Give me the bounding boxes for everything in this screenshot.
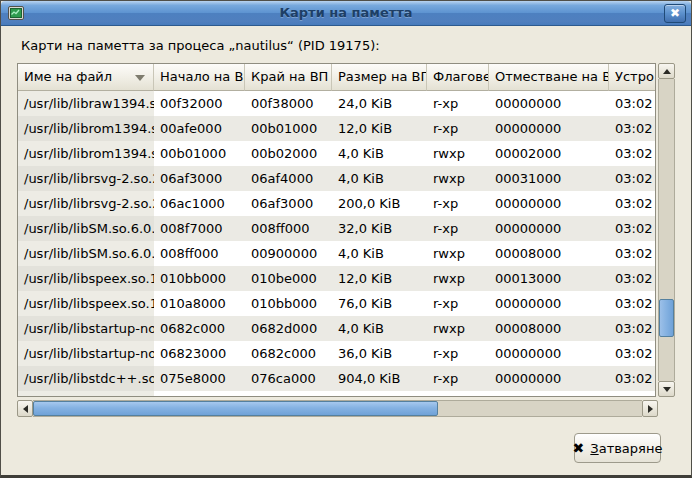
table-cell: 076ca000 xyxy=(245,366,332,391)
column-header-vm-end[interactable]: Край на ВП xyxy=(245,64,332,91)
table-cell: 00000000 xyxy=(489,291,609,316)
vertical-scrollbar-trough[interactable] xyxy=(658,79,675,381)
table-row[interactable]: /usr/lib/libspeex.so.1010bb000010be00012… xyxy=(18,266,655,291)
table-cell: 03:02 xyxy=(609,91,655,116)
close-button-label: Затваряне xyxy=(590,441,662,456)
table-cell: 008ff000 xyxy=(245,216,332,241)
arrow-down-icon xyxy=(663,387,671,392)
horizontal-scrollbar-trough[interactable] xyxy=(33,400,642,417)
table-cell: 4,0 KiB xyxy=(332,316,427,341)
table-cell: 06af3000 xyxy=(154,166,245,191)
table-cell: /usr/lib/librsvg-2.so.2 xyxy=(18,191,154,216)
table-row[interactable]: /usr/lib/libSM.so.6.0.0008f7000008ff0003… xyxy=(18,216,655,241)
scroll-right-button[interactable] xyxy=(642,400,658,417)
column-header-flags[interactable]: Флагове xyxy=(427,64,489,91)
table-row[interactable]: /usr/lib/libSM.so.6.0.0008ff000009000004… xyxy=(18,241,655,266)
table-header-row: Име на файл Начало на ВП Край на ВП Разм… xyxy=(18,64,655,91)
table-cell: 06af3000 xyxy=(245,191,332,216)
table-cell: 06ac1000 xyxy=(154,191,245,216)
table-row[interactable]: /usr/lib/libstartup-not0682c0000682d0004… xyxy=(18,316,655,341)
table-cell: 4,0 KiB xyxy=(332,241,427,266)
table-cell: 075e8000 xyxy=(154,366,245,391)
scroll-left-button[interactable] xyxy=(17,400,33,417)
table-row[interactable]: /usr/lib/libraw1394.s00f3200000f3800024,… xyxy=(18,91,655,116)
horizontal-scrollbar-thumb[interactable] xyxy=(33,401,438,416)
table-cell: /usr/lib/libstdc++.so. xyxy=(18,366,154,391)
table-row[interactable]: /usr/lib/librsvg-2.so.206af300006af40004… xyxy=(18,166,655,191)
table-cell: /usr/lib/libSM.so.6.0.0 xyxy=(18,216,154,241)
table-cell: /usr/lib/libstartup-not xyxy=(18,341,154,366)
column-header-vm-start[interactable]: Начало на ВП xyxy=(154,64,245,91)
table-cell: /usr/lib/librom1394.s xyxy=(18,116,154,141)
close-button[interactable]: ✖ Затваряне xyxy=(574,433,661,463)
table-cell: 200,0 KiB xyxy=(332,191,427,216)
table-cell: 03:02 xyxy=(609,116,655,141)
table-empty-area xyxy=(18,391,655,397)
table-row[interactable]: /usr/lib/libstartup-not068230000682c0003… xyxy=(18,341,655,366)
table-cell: rwxp xyxy=(427,166,489,191)
table-row[interactable]: /usr/lib/libstdc++.so.075e8000076ca00090… xyxy=(18,366,655,391)
table-cell: 008ff000 xyxy=(154,241,245,266)
table-cell: 00b02000 xyxy=(245,141,332,166)
column-header-device[interactable]: Устро xyxy=(609,64,655,91)
table-cell: rwxp xyxy=(427,316,489,341)
table-cell: rwxp xyxy=(427,266,489,291)
table-row[interactable]: /usr/lib/librsvg-2.so.206ac100006af30002… xyxy=(18,191,655,216)
column-header-vm-size[interactable]: Размер на ВП xyxy=(332,64,427,91)
table-cell: 0682c000 xyxy=(245,341,332,366)
arrow-up-icon xyxy=(663,69,671,74)
table-cell: 03:02 xyxy=(609,166,655,191)
table-cell: 010a8000 xyxy=(154,291,245,316)
window-close-button[interactable]: ✖ xyxy=(664,4,686,23)
table-cell: rwxp xyxy=(427,141,489,166)
table-cell: 00f38000 xyxy=(245,91,332,116)
table-cell: 904,0 KiB xyxy=(332,366,427,391)
table-cell: 00000000 xyxy=(489,91,609,116)
table-cell: 00000000 xyxy=(489,366,609,391)
table-cell: 12,0 KiB xyxy=(332,266,427,291)
close-x-icon: ✖ xyxy=(573,441,585,455)
table-cell: r-xp xyxy=(427,341,489,366)
table-cell: 76,0 KiB xyxy=(332,291,427,316)
table-cell: 03:02 xyxy=(609,266,655,291)
table-cell: /usr/lib/libspeex.so.1 xyxy=(18,291,154,316)
table-row[interactable]: /usr/lib/librom1394.s00b0100000b020004,0… xyxy=(18,141,655,166)
table-cell: 0682c000 xyxy=(154,316,245,341)
table-cell: 0682d000 xyxy=(245,316,332,341)
table-body: /usr/lib/libraw1394.s00f3200000f3800024,… xyxy=(18,91,655,391)
column-header-vm-offset[interactable]: Отместване на ВП xyxy=(489,64,609,91)
scroll-down-button[interactable] xyxy=(658,381,675,397)
table-cell: /usr/lib/libspeex.so.1 xyxy=(18,266,154,291)
table-cell: rwxp xyxy=(427,241,489,266)
memory-maps-table: Име на файл Начало на ВП Край на ВП Разм… xyxy=(17,63,656,397)
table-cell: r-xp xyxy=(427,116,489,141)
scroll-up-button[interactable] xyxy=(658,63,675,79)
table-cell: 24,0 KiB xyxy=(332,91,427,116)
table-row[interactable]: /usr/lib/librom1394.s00afe00000b0100012,… xyxy=(18,116,655,141)
table-cell: 32,0 KiB xyxy=(332,216,427,241)
table-cell: 03:02 xyxy=(609,316,655,341)
arrow-left-icon xyxy=(23,405,28,413)
table-cell: 00f32000 xyxy=(154,91,245,116)
close-x-icon: ✖ xyxy=(670,6,680,20)
vertical-scrollbar xyxy=(658,63,675,397)
table-row[interactable]: /usr/lib/libspeex.so.1010a8000010bb00076… xyxy=(18,291,655,316)
process-description-label: Карти на паметта за процеса „nautilus“ (… xyxy=(21,38,380,53)
table-cell: r-xp xyxy=(427,91,489,116)
table-cell: r-xp xyxy=(427,291,489,316)
table-cell: 03:02 xyxy=(609,191,655,216)
vertical-scrollbar-thumb[interactable] xyxy=(659,299,674,337)
table-cell: /usr/lib/librom1394.s xyxy=(18,141,154,166)
sort-descending-icon xyxy=(135,75,145,81)
table-cell: 010bb000 xyxy=(154,266,245,291)
table-cell: /usr/lib/libSM.so.6.0.0 xyxy=(18,241,154,266)
table-cell: 00000000 xyxy=(489,341,609,366)
table-cell: 008f7000 xyxy=(154,216,245,241)
table-cell: /usr/lib/libraw1394.s xyxy=(18,91,154,116)
column-header-label: Име на файл xyxy=(24,69,112,84)
table-cell: 00031000 xyxy=(489,166,609,191)
table-cell: r-xp xyxy=(427,191,489,216)
titlebar[interactable]: Карти на паметта ✖ xyxy=(1,1,691,26)
column-header-filename[interactable]: Име на файл xyxy=(18,64,154,91)
memory-maps-dialog: Карти на паметта ✖ Карти на паметта за п… xyxy=(0,0,692,478)
